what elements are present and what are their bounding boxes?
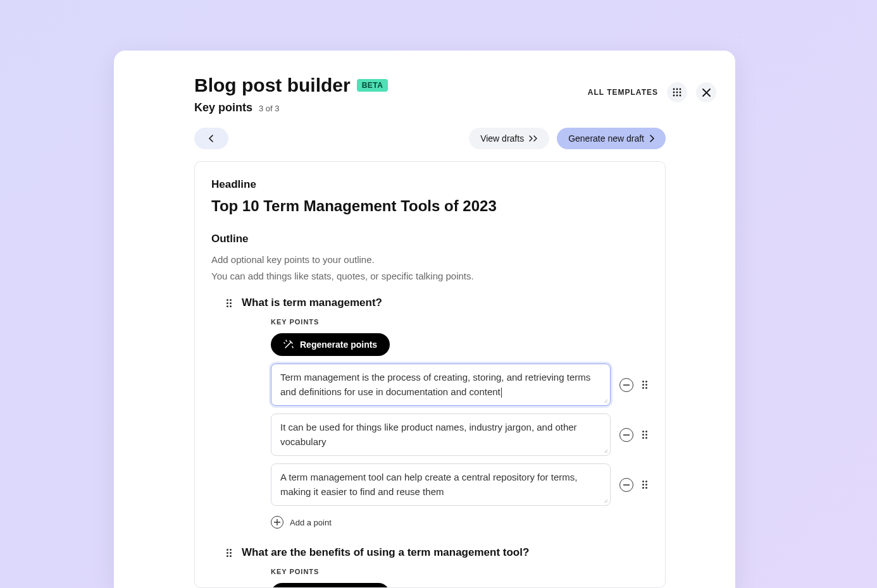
- chevron-left-icon: [209, 135, 214, 142]
- remove-point-button[interactable]: [619, 428, 633, 442]
- regenerate-points-button[interactable]: Regenerate points: [271, 333, 390, 356]
- svg-point-3: [673, 92, 675, 94]
- add-point-label: Add a point: [290, 518, 332, 527]
- key-points-label: KEY POINTS: [271, 318, 649, 326]
- key-point-input[interactable]: A term management tool can help create a…: [271, 463, 611, 506]
- view-drafts-label: View drafts: [480, 133, 524, 144]
- outline-section: What are the benefits of using a term ma…: [211, 546, 649, 588]
- chevron-right-icon: [649, 135, 654, 142]
- generate-draft-button[interactable]: Generate new draft: [557, 128, 666, 149]
- grid-icon-button[interactable]: [667, 82, 687, 102]
- minus-icon: [623, 384, 630, 386]
- step-counter: 3 of 3: [259, 104, 280, 113]
- key-point-input[interactable]: Term management is the process of creati…: [271, 364, 611, 406]
- svg-point-7: [676, 95, 678, 97]
- nav-back-button[interactable]: [194, 128, 228, 149]
- double-chevron-right-icon: [529, 135, 538, 142]
- svg-point-5: [680, 92, 681, 94]
- view-drafts-button[interactable]: View drafts: [469, 128, 549, 149]
- key-point-text: A term management tool can help create a…: [280, 472, 577, 497]
- app-window: Blog post builder BETA Key points 3 of 3…: [114, 51, 735, 588]
- key-point-text: It can be used for things like product n…: [280, 422, 577, 447]
- key-point-input[interactable]: It can be used for things like product n…: [271, 413, 611, 456]
- remove-point-button[interactable]: [619, 478, 633, 492]
- action-row: View drafts Generate new draft: [194, 128, 666, 149]
- svg-point-8: [680, 95, 681, 97]
- remove-point-button[interactable]: [619, 378, 633, 392]
- minus-icon: [623, 434, 630, 436]
- close-icon: [702, 89, 711, 97]
- generate-draft-label: Generate new draft: [568, 133, 644, 144]
- add-point-button[interactable]: Add a point: [271, 516, 649, 529]
- header-right: ALL TEMPLATES: [588, 82, 716, 102]
- grid-icon: [673, 88, 681, 97]
- all-templates-link[interactable]: ALL TEMPLATES: [588, 88, 658, 97]
- outline-label: Outline: [211, 233, 649, 245]
- close-button[interactable]: [696, 82, 716, 102]
- outline-section: What is term management? KEY POINTS Rege…: [211, 297, 649, 529]
- svg-point-0: [673, 89, 675, 90]
- outline-question[interactable]: What is term management?: [242, 297, 382, 309]
- drag-handle-icon[interactable]: [642, 431, 649, 439]
- svg-point-2: [680, 89, 681, 90]
- headline-label: Headline: [211, 178, 649, 191]
- key-point-row: It can be used for things like product n…: [271, 413, 649, 456]
- key-points-label: KEY POINTS: [271, 568, 649, 575]
- content-card: Headline Top 10 Term Management Tools of…: [194, 161, 666, 588]
- outline-question[interactable]: What are the benefits of using a term ma…: [242, 546, 529, 559]
- minus-icon: [623, 484, 630, 486]
- plus-icon: [271, 516, 283, 529]
- drag-handle-icon[interactable]: [642, 381, 649, 389]
- page-title: Blog post builder: [194, 75, 351, 96]
- regenerate-label: Regenerate points: [300, 340, 377, 350]
- outline-description-2: You can add things like stats, quotes, o…: [211, 268, 649, 285]
- key-point-text: Term management is the process of creati…: [280, 372, 590, 397]
- svg-point-1: [676, 89, 678, 90]
- resize-grip-icon[interactable]: [602, 497, 608, 503]
- text-cursor: [501, 388, 502, 398]
- beta-badge: BETA: [357, 79, 389, 92]
- page-subtitle: Key points: [194, 101, 252, 114]
- resize-grip-icon[interactable]: [602, 447, 608, 453]
- outline-description-1: Add optional key points to your outline.: [211, 252, 649, 268]
- svg-point-4: [676, 92, 678, 94]
- headline-text[interactable]: Top 10 Term Management Tools of 2023: [211, 197, 649, 215]
- key-point-row: A term management tool can help create a…: [271, 463, 649, 506]
- drag-handle-icon[interactable]: [227, 549, 233, 557]
- drag-handle-icon[interactable]: [227, 299, 233, 307]
- svg-point-6: [673, 95, 675, 97]
- wand-icon: [283, 340, 294, 350]
- regenerate-points-button[interactable]: Regenerate points: [271, 583, 390, 588]
- resize-grip-icon[interactable]: [602, 397, 608, 403]
- drag-handle-icon[interactable]: [642, 481, 649, 489]
- key-point-row: Term management is the process of creati…: [271, 364, 649, 406]
